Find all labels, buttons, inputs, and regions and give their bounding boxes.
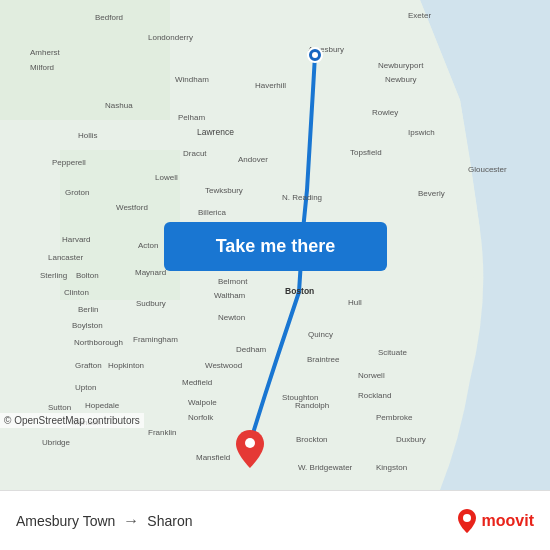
svg-text:Groton: Groton (65, 188, 89, 197)
svg-text:Framingham: Framingham (133, 335, 178, 344)
svg-text:Windham: Windham (175, 75, 209, 84)
svg-text:Sudbury: Sudbury (136, 299, 166, 308)
svg-text:Northborough: Northborough (74, 338, 123, 347)
take-me-there-button[interactable]: Take me there (164, 222, 387, 271)
svg-text:Lancaster: Lancaster (48, 253, 83, 262)
svg-text:Nashua: Nashua (105, 101, 133, 110)
svg-text:Tewksbury: Tewksbury (205, 186, 243, 195)
svg-text:Ubridge: Ubridge (42, 438, 71, 447)
svg-point-80 (245, 438, 255, 448)
map-attribution: © OpenStreetMap contributors (0, 413, 144, 428)
svg-text:Acton: Acton (138, 241, 158, 250)
moovit-logo: moovit (456, 508, 534, 534)
svg-text:Haverhill: Haverhill (255, 81, 286, 90)
svg-text:Braintree: Braintree (307, 355, 340, 364)
svg-text:Westwood: Westwood (205, 361, 242, 370)
svg-text:Londonderry: Londonderry (148, 33, 193, 42)
destination-label: Sharon (147, 513, 192, 529)
origin-label: Amesbury Town (16, 513, 115, 529)
svg-text:Kingston: Kingston (376, 463, 407, 472)
svg-text:Quincy: Quincy (308, 330, 333, 339)
svg-text:Hopkinton: Hopkinton (108, 361, 144, 370)
svg-text:Norfolk: Norfolk (188, 413, 214, 422)
svg-text:Boylston: Boylston (72, 321, 103, 330)
svg-text:Dracut: Dracut (183, 149, 207, 158)
svg-text:Newbury: Newbury (385, 75, 417, 84)
svg-text:Amherst: Amherst (30, 48, 61, 57)
svg-text:Topsfield: Topsfield (350, 148, 382, 157)
svg-text:Sterling: Sterling (40, 271, 67, 280)
svg-text:Bolton: Bolton (76, 271, 99, 280)
svg-text:Andover: Andover (238, 155, 268, 164)
svg-text:Brockton: Brockton (296, 435, 328, 444)
svg-text:Maynard: Maynard (135, 268, 166, 277)
svg-text:Scituate: Scituate (378, 348, 407, 357)
svg-text:Pelham: Pelham (178, 113, 205, 122)
svg-text:Norwell: Norwell (358, 371, 385, 380)
svg-text:Dedham: Dedham (236, 345, 267, 354)
svg-text:Beverly: Beverly (418, 189, 445, 198)
arrow-icon: → (123, 512, 139, 530)
svg-text:Gloucester: Gloucester (468, 165, 507, 174)
route-info: Amesbury Town → Sharon (16, 512, 193, 530)
svg-text:Medfield: Medfield (182, 378, 212, 387)
svg-text:Boston: Boston (285, 286, 314, 296)
svg-text:Belmont: Belmont (218, 277, 248, 286)
svg-text:Randolph: Randolph (295, 401, 329, 410)
map-container: Bedford Amherst Milford Londonderry Exet… (0, 0, 550, 490)
bottom-bar: Amesbury Town → Sharon moovit (0, 490, 550, 550)
svg-text:Ipswich: Ipswich (408, 128, 435, 137)
svg-text:Franklin: Franklin (148, 428, 176, 437)
svg-text:Milford: Milford (30, 63, 54, 72)
svg-text:Newburyport: Newburyport (378, 61, 424, 70)
svg-text:W. Bridgewater: W. Bridgewater (298, 463, 353, 472)
svg-text:Hull: Hull (348, 298, 362, 307)
svg-text:Harvard: Harvard (62, 235, 90, 244)
svg-text:Billerica: Billerica (198, 208, 227, 217)
svg-text:N. Reading: N. Reading (282, 193, 322, 202)
svg-text:Rowley: Rowley (372, 108, 398, 117)
moovit-logo-text: moovit (482, 512, 534, 530)
svg-text:Upton: Upton (75, 383, 96, 392)
svg-text:Lawrence: Lawrence (197, 127, 234, 137)
svg-text:Waltham: Waltham (214, 291, 246, 300)
svg-text:Bedford: Bedford (95, 13, 123, 22)
svg-text:Exeter: Exeter (408, 11, 431, 20)
svg-text:Sutton: Sutton (48, 403, 71, 412)
svg-text:Lowell: Lowell (155, 173, 178, 182)
svg-text:Mansfield: Mansfield (196, 453, 230, 462)
svg-text:Hollis: Hollis (78, 131, 98, 140)
svg-text:Walpole: Walpole (188, 398, 217, 407)
svg-text:Rockland: Rockland (358, 391, 391, 400)
svg-point-81 (463, 514, 471, 522)
svg-rect-1 (0, 0, 170, 120)
svg-text:Hopedale: Hopedale (85, 401, 120, 410)
svg-text:Clinton: Clinton (64, 288, 89, 297)
svg-text:Berlin: Berlin (78, 305, 98, 314)
moovit-pin-icon (456, 508, 478, 534)
svg-point-78 (312, 52, 318, 58)
svg-text:Pembroke: Pembroke (376, 413, 413, 422)
svg-text:Westford: Westford (116, 203, 148, 212)
svg-text:Grafton: Grafton (75, 361, 102, 370)
svg-text:Newton: Newton (218, 313, 245, 322)
svg-text:Duxbury: Duxbury (396, 435, 426, 444)
svg-text:Pepperell: Pepperell (52, 158, 86, 167)
